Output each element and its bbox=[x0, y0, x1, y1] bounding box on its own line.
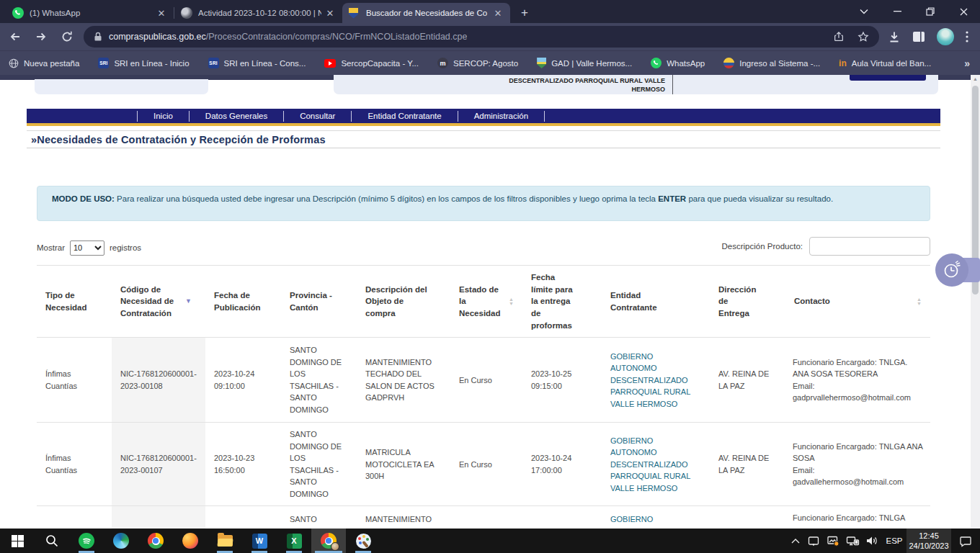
screen: (1) WhatsApp ✕ Actividad 2023-10-12 08:0… bbox=[0, 0, 980, 553]
tab-buscador-active[interactable]: Buscador de Necesidades de Co ✕ bbox=[342, 3, 510, 23]
bookmark-star-icon[interactable] bbox=[858, 31, 869, 42]
usage-note-label: MODO DE USO: bbox=[52, 194, 115, 203]
profile-avatar[interactable] bbox=[937, 28, 954, 45]
tab-close-icon[interactable]: ✕ bbox=[324, 8, 336, 19]
bookmark-sri-consultas[interactable]: SRI SRI en Línea - Cons... bbox=[208, 58, 306, 68]
taskbar-search-button[interactable] bbox=[35, 529, 69, 553]
bookmark-sercopcapacita[interactable]: SercopCapacita - Y... bbox=[324, 59, 419, 68]
entidad-link[interactable]: GOBIERNO bbox=[610, 515, 653, 523]
page-scrollbar[interactable]: ▲ bbox=[971, 75, 980, 529]
bookmark-sercop-agosto[interactable]: m SERCOP: Agosto bbox=[437, 58, 518, 68]
col-fecha-limite[interactable]: Fecha límite para la entrega de proforma… bbox=[522, 266, 602, 338]
restore-button[interactable] bbox=[914, 0, 947, 23]
cell-descripcion: MATRICULA MOTOCICLETA EA 300H bbox=[357, 423, 450, 506]
col-entidad-contratante[interactable]: Entidad Contratante bbox=[602, 266, 710, 338]
timer-clock-icon[interactable] bbox=[935, 253, 968, 287]
bookmark-aula-virtual[interactable]: in Aula Virtual del Ban... bbox=[839, 58, 931, 68]
session-timer-widget[interactable] bbox=[935, 253, 971, 287]
sort-both-icon: ▲▼ bbox=[917, 297, 922, 306]
usage-note-key: ENTER bbox=[658, 194, 686, 203]
menu-item-inicio[interactable]: Inicio bbox=[137, 111, 190, 122]
menu-item-administracion[interactable]: Administración bbox=[458, 111, 545, 122]
tab-close-icon[interactable]: ✕ bbox=[492, 8, 504, 19]
start-button[interactable] bbox=[0, 529, 35, 553]
menu-item-consultar[interactable]: Consultar bbox=[284, 111, 352, 122]
bookmark-sri-inicio[interactable]: SRI SRI en Línea - Inicio bbox=[98, 58, 189, 68]
scrollbar-up-arrow[interactable]: ▲ bbox=[971, 76, 980, 81]
bookmark-ingreso-sistema[interactable]: Ingreso al Sistema -... bbox=[723, 58, 820, 68]
col-tipo-necesidad[interactable]: Tipo de Necesidad bbox=[37, 266, 112, 338]
col-provincia-canton[interactable]: Provincia - Cantón bbox=[281, 266, 357, 338]
cell-fecha-publicacion bbox=[205, 506, 281, 529]
site-header-left-box bbox=[35, 79, 208, 94]
col-direccion-entrega[interactable]: Dirección de Entrega bbox=[710, 266, 785, 338]
taskbar-word[interactable]: W bbox=[242, 529, 277, 553]
product-description-input[interactable] bbox=[809, 237, 930, 256]
cell-estado bbox=[450, 506, 522, 529]
side-panel-icon[interactable] bbox=[912, 31, 925, 42]
entidad-link[interactable]: GOBIERNO AUTONOMO DESCENTRALIZADO PARROQ… bbox=[610, 352, 690, 408]
language-indicator[interactable]: ESP bbox=[882, 529, 906, 553]
tray-volume-icon[interactable] bbox=[862, 529, 882, 553]
col-fecha-publicacion[interactable]: Fecha de Publicación bbox=[205, 266, 281, 338]
system-tray: ESP 12:45 24/10/2023 bbox=[787, 529, 980, 553]
taskbar-edge[interactable] bbox=[104, 529, 138, 553]
url-text[interactable]: compraspublicas.gob.ec/ProcesoContrataci… bbox=[109, 32, 467, 42]
bookmarks-overflow-chevron[interactable]: » bbox=[964, 58, 970, 69]
taskbar-firefox[interactable] bbox=[173, 529, 208, 553]
taskbar-paint[interactable] bbox=[346, 529, 380, 553]
page-length-select[interactable]: 10 bbox=[70, 240, 104, 256]
download-icon[interactable] bbox=[888, 30, 901, 43]
tray-snip-icon[interactable] bbox=[804, 529, 823, 553]
share-icon[interactable] bbox=[833, 31, 845, 42]
tab-title: Buscador de Necesidades de Co bbox=[366, 9, 489, 17]
necesidades-table: Tipo de Necesidad Código de Necesidad de… bbox=[37, 265, 930, 529]
tray-network-icon[interactable] bbox=[843, 529, 862, 553]
bookmark-nueva-pestana[interactable]: Nueva pestaña bbox=[9, 58, 79, 68]
tab-actividad[interactable]: Actividad 2023-10-12 08:00:00 | N ✕ bbox=[174, 3, 342, 23]
cell-provincia: SANTO DOMINGO DE LOS TSACHILAS - SANTO D… bbox=[281, 423, 357, 506]
cell-fecha-limite: 2023-10-24 17:00:00 bbox=[522, 423, 602, 506]
tab-whatsapp[interactable]: (1) WhatsApp ✕ bbox=[6, 3, 174, 23]
toolbar-right-icons bbox=[888, 28, 968, 45]
menu-dots-icon[interactable] bbox=[966, 31, 968, 42]
bookmark-whatsapp[interactable]: WhatsApp bbox=[651, 58, 705, 68]
taskbar-chrome[interactable] bbox=[138, 529, 173, 553]
forward-button[interactable] bbox=[30, 26, 52, 48]
cell-entidad: GOBIERNO AUTONOMO DESCENTRALIZADO PARROQ… bbox=[602, 338, 710, 423]
minimize-button[interactable] bbox=[881, 0, 914, 23]
taskbar-excel[interactable]: X bbox=[277, 529, 311, 553]
cell-codigo: NIC-1768120600001-2023-00107 bbox=[112, 423, 205, 506]
back-button[interactable] bbox=[4, 26, 26, 48]
bookmark-label: GAD | Valle Hermos... bbox=[551, 59, 632, 68]
entidad-link[interactable]: GOBIERNO AUTONOMO DESCENTRALIZADO PARROQ… bbox=[610, 436, 690, 493]
col-contacto[interactable]: Contacto▲▼ bbox=[785, 266, 930, 338]
bookmark-gad-valle-hermoso[interactable]: GAD | Valle Hermos... bbox=[537, 58, 632, 68]
tray-show-hidden-icons[interactable] bbox=[787, 529, 804, 553]
entity-name: DESCENTRALIZADO PARROQUIAL RURAL VALLE H… bbox=[485, 77, 665, 94]
taskbar-chrome-active[interactable] bbox=[311, 529, 346, 553]
tab-search-chevron-icon[interactable] bbox=[847, 0, 881, 23]
contacto-email: gadvallehermoso@hotmail.com bbox=[793, 476, 923, 488]
bookmark-label: Aula Virtual del Ban... bbox=[852, 59, 931, 68]
spotify-icon bbox=[79, 533, 94, 549]
menu-item-entidad-contratante[interactable]: Entidad Contratante bbox=[352, 111, 458, 122]
taskbar-spotify[interactable] bbox=[69, 529, 104, 553]
col-estado-necesidad[interactable]: Estado de la Necesidad▲▼ bbox=[450, 266, 522, 338]
action-center-button[interactable] bbox=[951, 529, 980, 553]
reload-button[interactable] bbox=[56, 26, 78, 48]
menu-item-datos-generales[interactable]: Datos Generales bbox=[190, 111, 284, 122]
close-button[interactable] bbox=[947, 0, 980, 23]
cell-tipo bbox=[37, 506, 112, 529]
new-tab-button[interactable]: + bbox=[514, 3, 535, 23]
tray-photos-icon[interactable] bbox=[823, 529, 843, 553]
whatsapp-icon bbox=[12, 7, 24, 19]
lock-icon[interactable] bbox=[94, 32, 102, 42]
col-codigo-necesidad[interactable]: Código de Necesidad de Contratación▼ bbox=[112, 266, 205, 338]
tab-close-icon[interactable]: ✕ bbox=[156, 8, 167, 19]
col-descripcion-objeto[interactable]: Descripción del Objeto de compra bbox=[357, 266, 450, 338]
taskbar-file-explorer[interactable] bbox=[208, 529, 242, 553]
chevron-up-icon bbox=[791, 538, 800, 544]
taskbar-clock[interactable]: 12:45 24/10/2023 bbox=[906, 529, 951, 553]
address-bar[interactable]: compraspublicas.gob.ec/ProcesoContrataci… bbox=[84, 26, 879, 48]
